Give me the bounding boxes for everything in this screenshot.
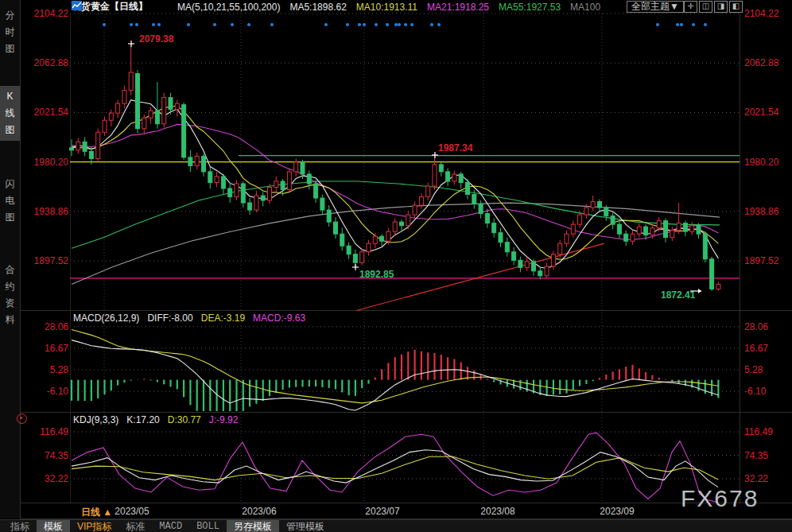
svg-text:16.67: 16.67 [744, 343, 768, 354]
svg-text:1897.52: 1897.52 [744, 255, 779, 266]
svg-text:1892.85: 1892.85 [359, 269, 394, 280]
ma55-value: MA55:1927.53 [499, 2, 561, 13]
sidebar-tab-0[interactable]: 分时图 [0, 5, 20, 60]
kline-chart-canvas[interactable]: 2104.222104.222062.882062.882021.542021.… [0, 0, 792, 532]
date-label: 2023/07 [351, 506, 414, 517]
svg-text:2104.22: 2104.22 [744, 8, 779, 19]
toolbar: 现货黄金【日线】 MA(5,10,21,55,100,200) MA5:1898… [72, 1, 600, 13]
sidebar-tab-2[interactable]: 闪电图 [0, 173, 20, 228]
svg-text:28.06: 28.06 [45, 321, 68, 332]
event-dots [103, 23, 707, 26]
kdj-panel [72, 433, 718, 502]
svg-text:74.35: 74.35 [744, 450, 768, 461]
svg-text:116.49: 116.49 [744, 426, 773, 437]
svg-text:116.49: 116.49 [40, 426, 68, 437]
pane-left-icon[interactable]: ◧ [729, 1, 743, 13]
sidebar-tab-3[interactable]: 合约资料 [0, 259, 20, 331]
kdj-j-value: J:-9.92 [209, 414, 239, 425]
date-label: 2023/08 [466, 506, 530, 517]
macd-title: MACD(26,12,9) [73, 313, 139, 324]
svg-text:1980.20: 1980.20 [744, 157, 779, 168]
macd-dea-value: DEA:-3.19 [201, 313, 245, 324]
pane-right-icon[interactable]: ◨ [714, 1, 728, 13]
bottom-tab-1[interactable]: 模板 [37, 520, 70, 532]
bottom-tab-0[interactable]: 指标 [3, 520, 37, 532]
svg-text:-6.10: -6.10 [744, 386, 767, 397]
svg-text:1938.86: 1938.86 [744, 206, 779, 217]
toolbar-icon-group: ✛◫◨◧ [684, 1, 743, 13]
svg-text:28.06: 28.06 [744, 321, 768, 332]
gridlines [70, 14, 740, 503]
theme-dropdown-button[interactable]: 全部主题▼ [627, 1, 684, 13]
kdj-d-value: D:30.77 [168, 414, 201, 425]
svg-text:2104.22: 2104.22 [34, 8, 69, 19]
kdj-legend: KDJ(9,3,3) K:17.20 D:30.77 J:-9.92 [73, 414, 238, 425]
svg-text:-6.10: -6.10 [47, 386, 69, 397]
ma5-value: MA5:1898.62 [289, 2, 346, 13]
bottom-tab-6[interactable]: 另存模板 [227, 520, 279, 532]
chart-icon [157, 2, 168, 12]
moving-averages [72, 100, 720, 285]
chart-mode-sidebar: 分时图K线图闪电图合约资料 [0, 0, 21, 518]
svg-text:1897.52: 1897.52 [34, 255, 69, 266]
bottom-tabbar: 指标模板VIP指标标准MACDBOLL另存模板管理模板 [0, 519, 792, 532]
ma100-value: MA100 [570, 2, 600, 13]
move-tool-icon[interactable]: ✛ [684, 1, 697, 13]
bottom-tab-7[interactable]: 管理模板 [279, 520, 332, 532]
svg-text:2062.88: 2062.88 [34, 57, 69, 68]
kdj-title: KDJ(9,3,3) [73, 414, 118, 425]
svg-text:5.28: 5.28 [50, 364, 69, 375]
bottom-tab-3[interactable]: 标准 [118, 520, 152, 532]
svg-text:2062.88: 2062.88 [744, 57, 779, 68]
macd-macd-value: MACD:-9.63 [253, 313, 305, 324]
chart-stage: 2104.222104.222062.882062.882021.542021.… [0, 0, 792, 532]
watermark: FX678 [681, 485, 759, 512]
symbol-title: 现货黄金【日线】 [72, 0, 148, 14]
sidebar-tab-1[interactable]: K线图 [0, 86, 20, 141]
bottom-tab-5[interactable]: BOLL [189, 520, 227, 532]
ma-params-label: MA(5,10,21,55,100,200) [177, 2, 280, 13]
macd-panel [72, 330, 718, 412]
date-label: 2023/09 [585, 506, 649, 517]
svg-text:1980.20: 1980.20 [34, 157, 69, 168]
svg-text:32.22: 32.22 [45, 473, 68, 484]
bottom-tab-4[interactable]: MACD [152, 520, 189, 532]
date-label: 2023/06 [227, 506, 291, 517]
ma21-value: MA21:1918.25 [427, 2, 489, 13]
svg-text:2021.54: 2021.54 [34, 107, 69, 118]
bottom-tab-2[interactable]: VIP指标 [70, 520, 118, 532]
axis-labels: 2104.222104.222062.882062.882021.542021.… [34, 8, 779, 484]
svg-text:1987.34: 1987.34 [438, 142, 473, 153]
pane-layout-icon[interactable]: ◫ [699, 1, 712, 13]
macd-legend: MACD(26,12,9) DIFF:-8.00 DEA:-3.19 MACD:… [73, 313, 305, 323]
svg-text:2079.38: 2079.38 [139, 33, 174, 45]
candlesticks [70, 43, 720, 290]
svg-text:32.22: 32.22 [744, 473, 768, 484]
panel-collapse-icon[interactable] [17, 414, 27, 424]
svg-text:16.67: 16.67 [45, 343, 68, 354]
kdj-k-value: K:17.20 [126, 414, 159, 425]
macd-diff-value: DIFF:-8.00 [147, 313, 192, 324]
svg-text:2021.54: 2021.54 [744, 107, 779, 118]
date-label: 2023/05 [100, 506, 164, 517]
svg-text:74.35: 74.35 [45, 450, 68, 461]
svg-text:1938.86: 1938.86 [34, 206, 69, 217]
ma10-value: MA10:1913.11 [356, 2, 417, 13]
svg-text:5.28: 5.28 [744, 364, 763, 375]
